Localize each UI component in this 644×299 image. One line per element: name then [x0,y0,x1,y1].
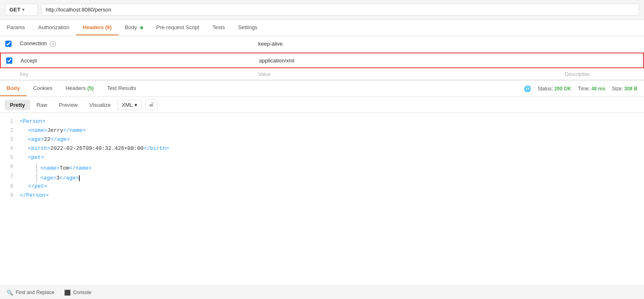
method-label: GET [9,7,21,13]
headers-table: Connection i keep-alive Accept applicati… [0,36,644,80]
col-key-label: Key [16,71,255,77]
col-value-label: Value [255,71,562,77]
format-bar: Pretty Raw Preview Visualize XML ▾ ≡⃗ [0,97,644,113]
format-chevron: ▾ [134,102,137,108]
console-item[interactable]: ⬛ Console [64,290,91,296]
tab-settings[interactable]: Settings [232,20,264,35]
method-chevron: ▾ [22,7,24,12]
line-num-6: 6 [0,163,20,170]
code-line-8: 8 </pet> [0,183,644,192]
status-label: Status: 200 OK [537,86,571,92]
console-label: Console [73,290,91,295]
format-select[interactable]: XML ▾ [117,100,142,110]
code-line-2: 2 <name>Jerry</name> [0,127,644,136]
connection-value: keep-alive [255,41,562,47]
tab-authorization[interactable]: Authorization [32,20,76,35]
accept-value: application/xml [256,58,561,64]
fmt-pretty[interactable]: Pretty [5,100,30,110]
info-icon: i [50,41,56,47]
line-num-3: 3 [0,136,20,143]
header-columns: Key Value Description [0,69,644,80]
search-icon: 🔍 [7,290,13,296]
code-view[interactable]: 1 <Person> 2 <name>Jerry</name> 3 <age>2… [0,113,644,285]
code-line-1: 1 <Person> [0,118,644,127]
format-label: XML [122,102,133,108]
response-tabs: Body Cookies Headers (5) Test Results 🌐 … [0,80,644,97]
tab-headers[interactable]: Headers (9) [76,20,118,35]
tab-body[interactable]: Body [118,20,150,35]
line-num-7: 7 [0,173,20,179]
resp-tab-test-results[interactable]: Test Results [100,81,143,96]
line-num-9: 9 [0,192,20,198]
request-tabs: Params Authorization Headers (9) Body Pr… [0,20,644,36]
find-replace-item[interactable]: 🔍 Find and Replace [7,290,54,296]
bottom-bar: 🔍 Find and Replace ⬛ Console [0,285,644,299]
url-bar: GET ▾ [0,0,644,20]
fmt-preview[interactable]: Preview [54,100,83,110]
line-num-5: 5 [0,154,20,161]
resp-tab-headers[interactable]: Headers (5) [59,81,100,96]
code-line-9: 9 </Person> [0,192,644,201]
header-row-accept: Accept application/xml [0,53,644,68]
wrap-button[interactable]: ≡⃗ [145,99,158,110]
code-line-7: 7 <age>3</age> [0,173,644,183]
code-line-4: 4 <birth>2022-02-26T09:40:32.426+08:00</… [0,145,644,154]
tab-tests[interactable]: Tests [206,20,232,35]
globe-icon: 🌐 [524,85,531,92]
code-line-5: 5 <pet> [0,154,644,163]
time-display: Time: 48 ms [578,86,605,92]
body-dot [140,26,143,29]
size-display: Size: 308 B [612,86,637,92]
checkbox-accept[interactable] [1,58,17,64]
col-desc-label: Description [562,71,644,77]
line-num-4: 4 [0,145,20,152]
accept-key: Accept [21,58,37,64]
method-select[interactable]: GET ▾ [5,4,38,16]
tab-pre-request[interactable]: Pre-request Script [150,20,206,35]
url-input[interactable] [41,4,639,16]
resp-tab-cookies[interactable]: Cookies [27,81,59,96]
response-section: Body Cookies Headers (5) Test Results 🌐 … [0,80,644,285]
tab-params[interactable]: Params [0,20,32,35]
code-line-6: 6 <name>Tom</name> [0,163,644,173]
header-row-connection: Connection i keep-alive [0,36,644,52]
find-replace-label: Find and Replace [16,290,54,295]
line-num-8: 8 [0,183,20,189]
checkbox-connection[interactable] [0,41,16,47]
response-status-bar: 🌐 Status: 200 OK Time: 48 ms Size: 308 B [524,85,644,92]
line-num-2: 2 [0,127,20,133]
fmt-visualize[interactable]: Visualize [84,100,116,110]
line-num-1: 1 [0,118,20,124]
console-icon: ⬛ [64,290,71,296]
fmt-raw[interactable]: Raw [32,100,52,110]
resp-tab-body[interactable]: Body [0,81,27,96]
code-line-3: 3 <age>22</age> [0,136,644,145]
connection-key: Connection [20,40,47,46]
